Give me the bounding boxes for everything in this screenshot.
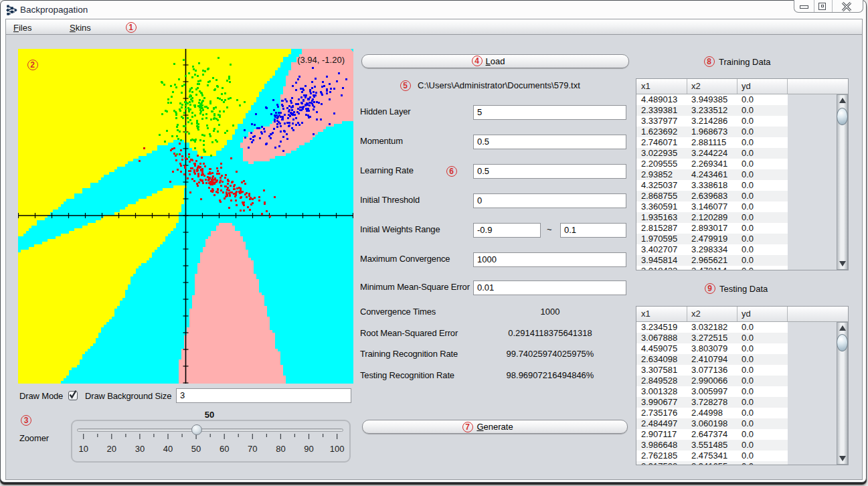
svg-text:20: 20	[107, 444, 116, 454]
svg-text:30: 30	[135, 444, 145, 454]
svg-text:60: 60	[220, 444, 229, 454]
svg-text:(3.94, -1.20): (3.94, -1.20)	[297, 55, 345, 65]
svg-text:100: 100	[330, 444, 345, 454]
svg-text:90: 90	[304, 444, 313, 454]
svg-text:10: 10	[78, 444, 88, 454]
svg-text:50: 50	[191, 444, 201, 454]
svg-text:40: 40	[163, 444, 173, 454]
svg-text:70: 70	[248, 444, 257, 454]
svg-text:80: 80	[276, 444, 285, 454]
